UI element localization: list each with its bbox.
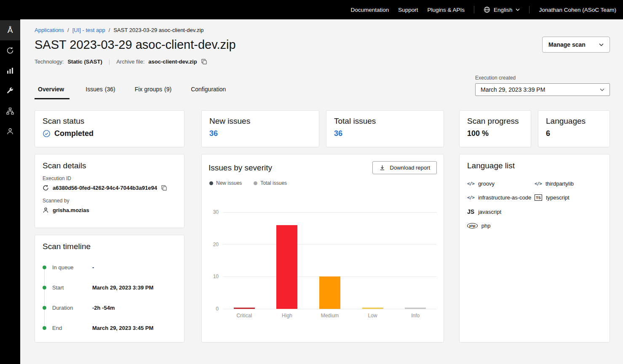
js-icon: JS <box>467 208 474 215</box>
tab-bar: Overview Issues(36) Fix groups(9) Config… <box>35 82 231 99</box>
execution-id-label: Execution ID <box>43 175 176 181</box>
tab-overview[interactable]: Overview <box>35 82 70 99</box>
execution-created-block: Execution created March 29, 2023 3:39 PM <box>475 75 610 96</box>
total-issues-value: 36 <box>334 129 436 138</box>
bar-column <box>223 308 266 309</box>
user-icon[interactable] <box>0 121 20 141</box>
code-icon: </> <box>467 195 474 200</box>
download-report-button[interactable]: Download report <box>372 161 437 174</box>
timeline-row: Start March 29, 2023 3:39 PM <box>43 277 176 298</box>
card-title: Scan details <box>43 161 176 170</box>
plugins-apis-link[interactable]: Plugins & APIs <box>428 7 465 13</box>
card-title: New issues <box>209 117 311 126</box>
y-tick-label: 30 <box>213 209 219 215</box>
language-selector[interactable]: English <box>484 6 520 13</box>
copy-icon[interactable] <box>161 185 167 191</box>
bar-medium <box>319 276 340 309</box>
scan-progress-value: 100 % <box>467 129 523 138</box>
support-link[interactable]: Support <box>398 7 418 13</box>
total-issues-card: Total issues 36 <box>326 110 444 147</box>
card-title: Issues by severity <box>209 163 272 173</box>
tab-count: (36) <box>105 86 115 93</box>
legend-item-new-issues[interactable]: New issues <box>209 180 242 186</box>
documentation-link[interactable]: Documentation <box>350 7 389 13</box>
bar-series <box>223 212 437 309</box>
chevron-down-icon <box>516 8 520 11</box>
manage-scan-button[interactable]: Manage scan <box>542 37 610 53</box>
divider: | <box>109 58 110 65</box>
scan-status-value: Completed <box>54 129 94 138</box>
scan-progress-card: Scan progress 100 % <box>459 110 531 147</box>
technology-label: Technology: <box>35 58 64 65</box>
download-icon <box>379 165 385 171</box>
language-list: </> groovy </> thirdpartylib </> infrast… <box>467 181 602 229</box>
bar-column <box>394 308 437 309</box>
archive-file-label: Archive file: <box>116 58 144 65</box>
bar-low <box>362 308 383 309</box>
page-title: SAST 2023-03-29 asoc-client-dev.zip <box>35 38 236 52</box>
code-icon: </> <box>467 181 474 186</box>
tools-icon[interactable] <box>0 81 20 101</box>
execution-created-select[interactable]: March 29, 2023 3:39 PM <box>475 83 610 96</box>
scans-icon[interactable] <box>0 40 20 61</box>
chart-categories: CriticalHighMediumLowInfo <box>223 313 437 319</box>
execution-created-value: March 29, 2023 3:39 PM <box>481 86 545 93</box>
language-item: </> thirdpartylib <box>535 181 602 187</box>
bar-column <box>266 225 309 309</box>
timeline-row: Duration -2h -54m <box>43 298 176 318</box>
php-icon: php <box>467 223 478 228</box>
timeline: In queue - Start March 29, 2023 3:39 PM … <box>43 257 176 338</box>
languages-value: 6 <box>546 129 602 138</box>
technology-value: Static (SAST) <box>67 58 102 65</box>
tab-fix-groups[interactable]: Fix groups(9) <box>131 82 175 99</box>
download-report-label: Download report <box>390 165 430 171</box>
timeline-row: End March 29, 2023 3:45 PM <box>43 318 176 338</box>
category-label: Info <box>394 313 437 319</box>
timeline-label: Start <box>52 284 92 291</box>
bar-column <box>351 308 394 309</box>
tab-label: Issues <box>86 86 102 93</box>
legend-dot <box>209 181 213 185</box>
bar-info <box>405 308 426 309</box>
timeline-value: -2h -54m <box>92 305 115 311</box>
reports-icon[interactable] <box>0 61 20 81</box>
language-item: </> infrastructure-as-code <box>467 194 535 201</box>
archive-file-value: asoc-client-dev.zip <box>148 58 197 65</box>
language-item: php php <box>467 223 535 229</box>
user-menu[interactable]: Jonathan Cohen (ASoC Team) <box>539 7 616 13</box>
category-label: High <box>266 313 309 319</box>
new-issues-value: 36 <box>209 129 311 138</box>
tab-configuration[interactable]: Configuration <box>187 82 231 99</box>
copy-icon[interactable] <box>201 58 207 65</box>
language-list-card: Language list </> groovy </> thirdpartyl… <box>459 154 610 343</box>
card-title: Scan progress <box>467 117 523 126</box>
card-title: Scan status <box>43 117 176 126</box>
new-issues-card: New issues 36 <box>201 110 319 147</box>
status-dot-icon <box>43 286 46 290</box>
chevron-down-icon <box>599 43 604 46</box>
tab-issues[interactable]: Issues(36) <box>82 82 118 99</box>
code-icon: </> <box>535 181 542 186</box>
chart-plot <box>223 212 437 309</box>
language-label: infrastructure-as-code <box>478 194 531 201</box>
legend-item-total-issues[interactable]: Total issues <box>254 180 287 186</box>
breadcrumb-applications[interactable]: Applications <box>35 27 64 33</box>
technology-line: Technology: Static (SAST) | Archive file… <box>35 58 610 65</box>
person-icon <box>43 207 49 213</box>
y-tick-label: 0 <box>216 306 219 312</box>
status-dot-icon <box>43 306 46 310</box>
timeline-label: Duration <box>52 305 92 311</box>
card-title: Language list <box>467 161 602 170</box>
bar-column <box>308 276 351 309</box>
status-dot-icon <box>43 326 46 330</box>
bar-critical <box>234 308 255 309</box>
organization-icon[interactable] <box>0 101 20 121</box>
issues-by-severity-card: Issues by severity Download report New <box>201 154 444 343</box>
breadcrumb-app[interactable]: [UI] - test app <box>72 27 105 33</box>
tab-label: Configuration <box>191 86 226 93</box>
language-label: English <box>494 7 512 13</box>
legend-label: Total issues <box>260 180 287 186</box>
appscan-logo-icon[interactable]: Å <box>0 20 20 40</box>
y-tick-label: 20 <box>213 242 219 247</box>
breadcrumb-separator: / <box>67 27 69 33</box>
